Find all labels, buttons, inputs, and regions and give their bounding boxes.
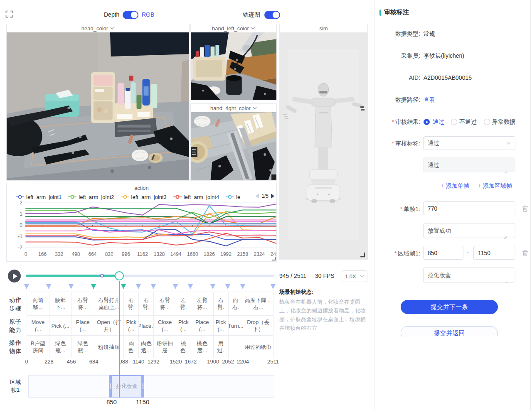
step-cell[interactable]: 右臂. [213,292,229,316]
submit-next-button[interactable]: 提交并下一条 [401,300,498,314]
step-cell[interactable]: B户型房间 [27,336,49,358]
timeline-marker[interactable] [136,284,141,289]
scrollbar-track[interactable] [530,0,531,410]
aid-label: AID: [374,74,420,81]
single-frame-input[interactable] [423,201,515,215]
radio-fail[interactable] [451,119,457,125]
playhead-line[interactable] [119,281,120,398]
step-cell[interactable]: Place (... [191,316,214,336]
step-cell[interactable]: 桃色. [176,336,191,358]
add-single-frame-link[interactable]: + 添加单帧 [441,182,469,190]
radio-pass-label[interactable]: 通过 [433,118,444,126]
single-frame-dot[interactable] [100,274,104,277]
region-start-label: 850 [106,398,117,405]
toggle-knob [273,12,279,18]
region-frame-label: *区域帧1: [374,250,420,258]
timeline-marker[interactable] [173,284,178,289]
radio-abnormal[interactable] [484,119,490,125]
step-cell[interactable]: Place.. [138,316,154,336]
progress-slider[interactable] [26,275,274,277]
timeline-axis-label: 1520 [170,358,182,365]
step-cell[interactable]: 右臂. [123,292,139,316]
head-camera-title[interactable]: head_color [7,24,189,32]
head-camera-frame [7,32,189,180]
step-cell[interactable]: 绿色瓶... [71,336,94,358]
step-cell[interactable]: Turn... [228,316,244,336]
step-cell[interactable]: 向前移... [27,292,49,316]
timeline-marker[interactable] [46,284,51,289]
required-mark: * [394,250,397,257]
step-cell[interactable]: 肉色. [123,336,139,358]
timeline-axis-label: 1672 [185,358,197,365]
scene-initial-state: 场景初始状态: 梳妆台在机器人前，化妆盒在桌面上，化妆盒的侧边摆放着物品，化妆品… [279,288,368,332]
depth-rgb-toggle[interactable] [123,11,138,19]
step-cell[interactable]: 绿色瓶... [49,336,72,358]
step-cell[interactable]: 肉色透... [138,336,154,358]
radio-pass[interactable] [424,119,430,125]
timeline-marker[interactable] [121,284,126,289]
trajectory-toggle[interactable] [264,11,280,19]
step-cell[interactable]: 左臂. [176,292,191,316]
resize-grip-icon[interactable] [504,236,507,239]
timeline-marker[interactable] [210,284,215,289]
play-button[interactable] [8,270,21,282]
trash-icon[interactable] [522,205,528,212]
progress-handle[interactable] [115,271,124,280]
step-cell[interactable]: 左臂将... [191,292,214,316]
region-end-input[interactable] [473,246,515,260]
submit-back-button[interactable]: 提交并返回 [401,326,498,336]
add-region-frame-link[interactable]: + 添加区域帧 [478,182,512,190]
radio-fail-label[interactable]: 不通过 [459,118,477,126]
step-cell[interactable]: Pick (... [176,316,191,336]
resize-grip-icon[interactable] [504,170,507,173]
timeline-marker[interactable] [69,284,74,289]
step-cell[interactable]: 桃色唇... [191,336,214,358]
timeline-axis-label: 0 [25,358,28,365]
hand-right-camera-title[interactable]: hand_right_color [191,104,276,112]
timeline-marker[interactable] [24,284,29,289]
step-cell[interactable]: Move (... [27,316,49,336]
hand-left-camera-title[interactable]: hand_left_color [191,24,276,32]
resize-grip-icon[interactable] [504,280,507,283]
step-cell[interactable]: Drop（丢下） [243,316,273,336]
timeline-marker[interactable] [271,284,276,289]
tag-select[interactable]: 通过 [423,136,515,150]
step-cell[interactable]: 向右. [228,292,244,316]
timeline-marker[interactable] [225,284,230,289]
region-frame-track[interactable]: 拉化妆盒 [28,375,274,398]
step-cell[interactable]: Pick (... [49,316,72,336]
region-start-input[interactable] [423,246,463,260]
region-frame-block[interactable]: 拉化妆盒 [109,375,144,398]
timeline-marker[interactable] [151,284,156,289]
step-cell[interactable]: Pick (... [123,316,139,336]
step-cell[interactable]: Place (... [71,316,94,336]
radio-abnormal-label[interactable]: 异常数据 [492,118,515,126]
step-cell[interactable]: 高度下降，右... [243,292,273,316]
sim-viewport[interactable] [280,32,367,259]
step-cell[interactable]: Close (... [153,316,176,336]
timeline-marker[interactable] [91,284,96,289]
step-cell[interactable] [228,336,244,358]
timeline-marker[interactable] [188,284,193,289]
single-frame-note-textarea[interactable]: 放置成功 [423,223,515,238]
action-line-chart[interactable]: 210-1-2016633249866483099611621328149416… [7,183,276,261]
step-cell[interactable]: 右臂将... [71,292,94,316]
sim-title-label: sim [319,25,328,32]
timeline-marker[interactable] [240,284,245,289]
step-cell[interactable]: 用过的纸巾 [243,336,273,358]
tag-note-textarea[interactable]: 通过 [423,157,515,172]
fullscreen-icon[interactable] [5,10,13,18]
data-type-label: 数据类型: [374,30,420,38]
panel-resize-handle[interactable] [271,256,276,261]
step-cell[interactable]: 右臂. [138,292,154,316]
step-cell[interactable]: 用过. [213,336,229,358]
step-cell[interactable]: 粉饼抽屉 [153,336,176,358]
data-path-view-link[interactable]: 查看 [424,96,435,104]
speed-select[interactable]: 1.0X [342,270,367,282]
region-note-textarea[interactable]: 拉化妆盒 [423,268,515,282]
svg-text:-1: -1 [18,233,22,239]
step-cell[interactable]: Pick (... [213,316,229,336]
step-cell[interactable]: 右臂将... [153,292,176,316]
step-cell[interactable]: 腰部下... [49,292,72,316]
trash-icon[interactable] [522,250,528,256]
